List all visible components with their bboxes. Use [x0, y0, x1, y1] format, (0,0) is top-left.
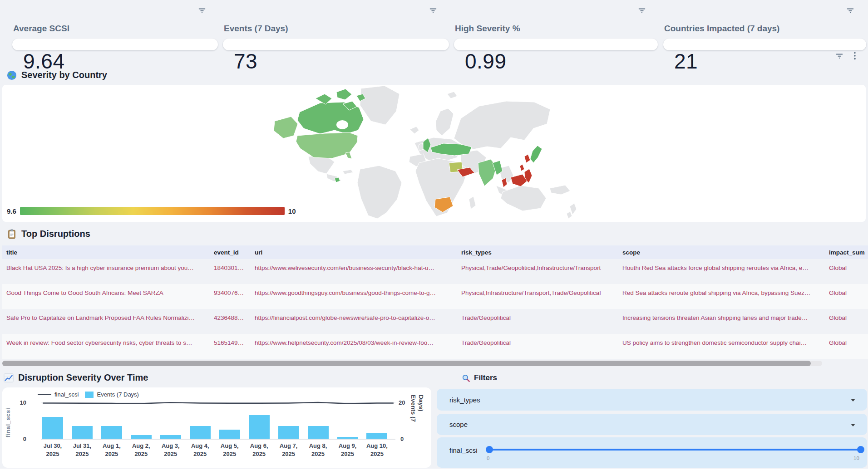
filter-icon[interactable]	[197, 5, 207, 15]
column-header-url[interactable]: url	[255, 249, 461, 256]
clipboard-icon	[7, 229, 17, 239]
kpi-card-high-severity: High Severity % 0.99	[454, 0, 659, 73]
bar-Aug 2, 2025[interactable]	[131, 435, 152, 439]
right-axis-tick-20: 20	[399, 399, 405, 406]
kpi-label: High Severity %	[455, 24, 520, 34]
color-gradient-bar	[20, 207, 285, 215]
table-horizontal-scrollbar[interactable]	[2, 361, 822, 366]
column-header-impact_sum[interactable]: impact_sum	[829, 249, 868, 256]
slider-track[interactable]	[489, 449, 861, 451]
cell-impact_sum: Global	[829, 309, 868, 334]
country-taiwan[interactable]	[520, 164, 524, 171]
left-axis-tick-0: 0	[23, 436, 26, 442]
filter-label: risk_types	[449, 396, 480, 404]
bar-Aug 8, 2025[interactable]	[308, 426, 329, 439]
filter-label: scope	[449, 421, 468, 428]
country-alaska[interactable]	[274, 117, 298, 138]
bar-swatch	[85, 392, 94, 398]
slider-min-label: 0	[487, 455, 489, 461]
right-axis-tick-0: 0	[400, 436, 404, 442]
kpi-label: Countries Impacted (7 days)	[664, 24, 779, 34]
scrollbar-thumb[interactable]	[2, 361, 811, 366]
filter-icon[interactable]	[428, 5, 438, 15]
line-chart-icon	[4, 373, 14, 383]
landmass-new-guinea	[550, 185, 570, 195]
country-united-states[interactable]	[296, 132, 358, 159]
cell-risk_types: Physical,Trade/Geopolitical,Infrastructu…	[461, 259, 622, 284]
bar-Jul 31, 2025[interactable]	[72, 426, 93, 439]
country-japan[interactable]	[530, 146, 542, 163]
supply-chain-dashboard: Average SCSI 9.64 Events (7 Days) 73 Hig…	[0, 0, 868, 475]
column-header-risk_types[interactable]: risk_types	[461, 249, 622, 256]
bar-Aug 3, 2025[interactable]	[160, 435, 181, 439]
chart-section-title: Disruption Severity Over Time	[4, 372, 148, 383]
bar-Aug 5, 2025[interactable]	[219, 430, 240, 439]
landmass-south-america	[357, 166, 402, 219]
filter-dropdown-risk-types[interactable]: risk_types	[437, 389, 867, 411]
x-axis-line	[41, 439, 395, 440]
table-row[interactable]: Black Hat USA 2025: Is a high cyber insu…	[2, 259, 868, 284]
bar-Aug 4, 2025[interactable]	[190, 426, 211, 439]
bar-Aug 1, 2025[interactable]	[101, 426, 122, 439]
landmass-russia-asia	[454, 101, 550, 149]
legend-item-final-scsi[interactable]: final_scsi	[38, 391, 79, 398]
table-row[interactable]: Good Things Come to Good South Africans:…	[2, 284, 868, 309]
cell-url[interactable]: https://www.helpnetsecurity.com/2025/08/…	[255, 334, 461, 359]
left-axis-title: final_scsi	[4, 403, 12, 442]
cell-event_id: 5165149…	[214, 334, 255, 359]
landmass-iceland	[410, 127, 419, 134]
filters-panel-title: Filters	[462, 373, 497, 382]
bar-Aug 10, 2025[interactable]	[366, 433, 387, 439]
x-tick-label: Jul 31,2025	[67, 442, 97, 458]
caret-down-icon[interactable]	[851, 399, 855, 402]
kpi-value: 73	[234, 49, 257, 73]
landmass-australia	[501, 186, 546, 211]
legend-max-label: 10	[288, 207, 296, 215]
cell-risk_types: Physical,Infrastructure/Transport,Trade/…	[461, 284, 622, 309]
cell-url[interactable]: https://financialpost.com/globe-newswire…	[255, 309, 461, 334]
left-axis-tick-10: 10	[20, 399, 26, 406]
landmass-new-zealand	[567, 211, 572, 219]
kpi-card-average-scsi: Average SCSI 9.64	[12, 0, 219, 73]
column-header-event_id[interactable]: event_id	[214, 249, 255, 256]
slider-max-label: 10	[853, 455, 859, 461]
country-south-korea[interactable]	[524, 154, 530, 163]
bar-Jul 30, 2025[interactable]	[42, 417, 63, 439]
kebab-menu-icon[interactable]	[850, 51, 860, 61]
caret-down-icon[interactable]	[851, 424, 855, 426]
severity-map-card: 9.6 10	[2, 85, 866, 222]
column-header-title[interactable]: title	[6, 249, 214, 256]
bar-Aug 6, 2025[interactable]	[249, 415, 270, 439]
bar-Aug 7, 2025[interactable]	[278, 426, 299, 439]
chart-legend: final_scsi Events (7 Days)	[38, 391, 139, 398]
country-canada[interactable]	[297, 89, 365, 134]
filter-icon[interactable]	[845, 5, 855, 15]
slider-handle-min[interactable]	[486, 446, 493, 453]
cell-url[interactable]: https://www.welivesecurity.com/en/busine…	[255, 259, 461, 284]
magnifier-icon	[462, 374, 470, 382]
map-section-title: Severity by Country	[7, 70, 107, 80]
filter-icon[interactable]	[834, 51, 844, 61]
world-choropleth-map	[207, 85, 615, 221]
x-tick-label: Aug 10,2025	[362, 442, 392, 458]
cell-event_id: 4236488…	[214, 309, 255, 334]
cell-url[interactable]: https://www.goodthingsguy.com/business/g…	[255, 284, 461, 309]
cell-title: Safe Pro to Capitalize on Landmark Propo…	[6, 309, 214, 334]
landmass-svalbard	[447, 92, 457, 98]
slider-handle-max[interactable]	[857, 446, 864, 453]
column-header-scope[interactable]: scope	[622, 249, 829, 256]
top-disruptions-table: titleevent_idurlrisk_typesscopeimpact_su…	[2, 245, 868, 359]
bar-Aug 9, 2025[interactable]	[337, 437, 358, 439]
table-row[interactable]: Week in review: Food sector cybersecurit…	[2, 334, 868, 359]
filter-dropdown-scope[interactable]: scope	[437, 414, 867, 435]
table-row[interactable]: Safe Pro to Capitalize on Landmark Propo…	[2, 309, 868, 334]
landmass-greenland	[360, 86, 399, 125]
filter-icon[interactable]	[637, 5, 647, 15]
legend-item-events[interactable]: Events (7 Days)	[85, 391, 138, 398]
kpi-label: Events (7 Days)	[224, 24, 288, 34]
x-tick-label: Aug 1,2025	[97, 442, 127, 458]
cell-risk_types: Trade/Geopolitical	[461, 334, 622, 359]
kpi-value: 0.99	[465, 49, 507, 73]
x-tick-label: Aug 5,2025	[215, 442, 245, 458]
kpi-label: Average SCSI	[13, 24, 69, 34]
